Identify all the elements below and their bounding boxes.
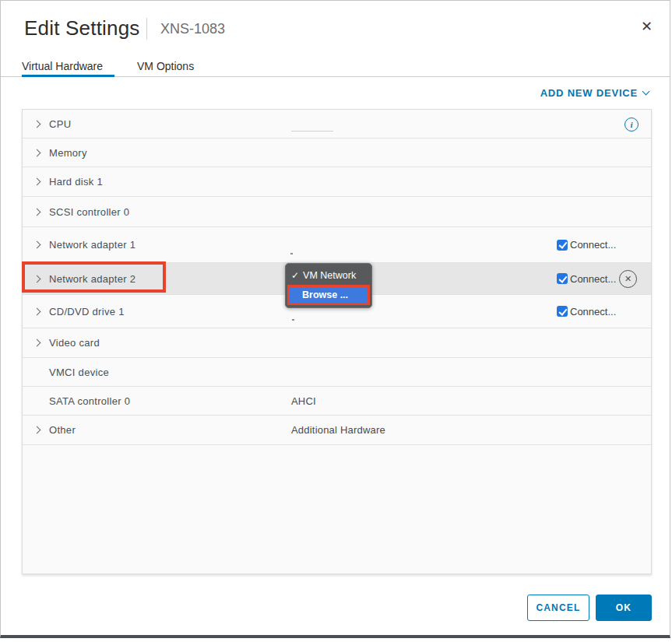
tab-vm-options[interactable]: VM Options (137, 60, 194, 72)
row-value: AHCI (291, 395, 316, 407)
connect-group: Connect... (557, 239, 616, 251)
chevron-down-icon (642, 88, 650, 96)
tab-virtual-hardware[interactable]: Virtual Hardware (22, 60, 103, 72)
title-divider (146, 18, 147, 40)
row-label: Hard disk 1 (49, 176, 103, 188)
chevron-right-icon[interactable] (33, 178, 41, 186)
edit-settings-dialog: Edit Settings XNS-1083 ✕ Virtual Hardwar… (0, 0, 670, 638)
row-hard-disk-1[interactable]: Hard disk 1 (23, 167, 651, 197)
checkmark-icon: ✓ (291, 270, 299, 281)
row-label: Video card (49, 337, 100, 349)
row-label: SATA controller 0 (49, 395, 130, 407)
connected-checkbox[interactable] (557, 240, 568, 251)
add-new-device-label: ADD NEW DEVICE (540, 87, 638, 99)
dropdown-item-vm-network[interactable]: ✓ VM Network (286, 268, 371, 283)
cpu-value-underline[interactable] (291, 131, 333, 132)
dropdown-item-label: VM Network (303, 270, 356, 281)
chevron-right-icon[interactable] (33, 149, 41, 156)
chevron-right-icon[interactable] (33, 275, 41, 282)
row-sata-controller-0[interactable]: SATA controller 0 AHCI (23, 387, 651, 416)
dropdown-item-browse[interactable]: Browse ... (290, 287, 368, 303)
row-network-adapter-1[interactable]: Network adapter 1 Connect... (23, 227, 651, 263)
row-label: Network adapter 2 (49, 273, 135, 285)
add-new-device-button[interactable]: ADD NEW DEVICE (540, 87, 649, 99)
info-icon[interactable]: i (625, 118, 639, 132)
connected-checkbox[interactable] (557, 306, 568, 317)
row-scsi-controller-0[interactable]: SCSI controller 0 (23, 197, 651, 227)
chevron-right-icon[interactable] (33, 426, 41, 434)
row-label: CD/DVD drive 1 (49, 306, 125, 317)
chevron-right-icon[interactable] (33, 208, 41, 216)
ok-button[interactable]: OK (596, 595, 652, 621)
row-label: CPU (49, 118, 71, 130)
annotation-red-box-browse: Browse ... (287, 285, 370, 305)
vm-name: XNS-1083 (160, 21, 225, 37)
connect-label: Connect... (570, 306, 616, 317)
row-value: Additional Hardware (291, 424, 385, 436)
chevron-right-icon[interactable] (33, 339, 41, 347)
truncated-value-dot (292, 319, 294, 321)
row-label: Other (49, 424, 76, 436)
row-other[interactable]: Other Additional Hardware (23, 416, 651, 445)
row-video-card[interactable]: Video card (23, 328, 651, 358)
row-label: SCSI controller 0 (49, 206, 129, 218)
virtual-hardware-table: CPU i Memory Hard disk 1 SCSI controller… (22, 109, 652, 574)
remove-device-icon[interactable]: ✕ (619, 270, 637, 288)
network-dropdown-menu: ✓ VM Network Browse ... (285, 263, 372, 308)
connect-group: Connect... (557, 273, 616, 285)
row-memory[interactable]: Memory (23, 139, 651, 167)
tab-bar: Virtual Hardware VM Options (1, 55, 670, 77)
dialog-title: Edit Settings (24, 16, 140, 40)
connect-label: Connect... (570, 239, 616, 251)
truncated-value-dot (290, 253, 293, 254)
active-tab-underline (22, 75, 114, 77)
row-label: Network adapter 1 (49, 239, 135, 251)
chevron-right-icon[interactable] (33, 307, 41, 315)
row-label: Memory (49, 147, 87, 159)
row-cpu[interactable]: CPU i (23, 110, 651, 139)
row-vmci-device[interactable]: VMCI device (23, 358, 651, 387)
cancel-button[interactable]: CANCEL (527, 595, 589, 621)
dialog-header: Edit Settings XNS-1083 ✕ (1, 1, 670, 52)
close-icon[interactable]: ✕ (641, 19, 653, 33)
connected-checkbox[interactable] (557, 273, 568, 284)
chevron-right-icon[interactable] (33, 120, 41, 128)
connect-label: Connect... (570, 273, 616, 285)
chevron-right-icon[interactable] (33, 241, 41, 249)
connect-group: Connect... (557, 306, 616, 317)
row-label: VMCI device (49, 367, 109, 378)
